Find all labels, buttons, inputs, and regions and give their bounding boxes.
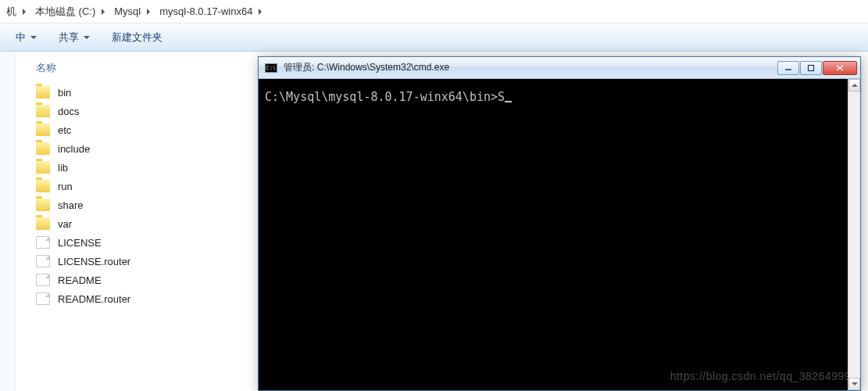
file-name-label: README: [58, 274, 102, 286]
window-controls: [777, 61, 857, 75]
cmd-prompt: C:\Mysql\mysql-8.0.17-winx64\bin>: [265, 90, 498, 104]
new-folder-label: 新建文件夹: [112, 30, 163, 45]
crumb-label: 本地磁盘 (C:): [35, 5, 95, 19]
minimize-icon: [784, 64, 792, 72]
share-label: 共享: [59, 30, 79, 45]
organize-label: 中: [16, 30, 26, 45]
chevron-right-icon: [102, 9, 105, 15]
crumb-mysql[interactable]: Mysql: [109, 0, 155, 23]
file-name-label: lib: [58, 162, 68, 174]
cmd-titlebar[interactable]: C:\ 管理员: C:\Windows\System32\cmd.exe: [259, 57, 860, 79]
folder-icon: [36, 199, 50, 211]
file-name-label: README.router: [58, 293, 130, 305]
folder-icon: [36, 142, 50, 155]
file-name-label: run: [58, 181, 73, 192]
folder-icon: [36, 124, 50, 136]
scroll-up-button[interactable]: [848, 79, 860, 91]
triangle-down-icon: [852, 382, 858, 386]
crumb-mysql-version[interactable]: mysql-8.0.17-winx64: [155, 0, 266, 23]
new-folder-button[interactable]: 新建文件夹: [112, 30, 163, 45]
minimize-button[interactable]: [777, 61, 799, 75]
file-icon: [36, 255, 50, 267]
close-icon: [835, 64, 845, 72]
file-name-label: LICENSE: [58, 237, 102, 249]
chevron-right-icon: [259, 9, 262, 15]
organize-button[interactable]: 中: [16, 30, 37, 45]
file-name-label: var: [58, 218, 72, 230]
file-name-label: share: [58, 199, 84, 211]
share-button[interactable]: 共享: [59, 30, 90, 45]
chevron-right-icon: [23, 9, 26, 15]
crumb-label: 机: [6, 5, 16, 19]
file-icon: [36, 292, 50, 305]
watermark-text: https://blog.csdn.net/qq_38264999: [670, 370, 851, 382]
terminal-icon: C:\: [265, 63, 277, 73]
file-name-label: bin: [58, 87, 71, 99]
explorer-toolbar: 中 共享 新建文件夹: [0, 23, 868, 52]
chevron-down-icon: [30, 36, 37, 39]
chevron-right-icon: [147, 9, 150, 15]
triangle-up-icon: [852, 84, 858, 87]
crumb-computer[interactable]: 机: [2, 0, 30, 23]
svg-rect-1: [809, 65, 814, 70]
file-icon: [36, 236, 50, 249]
file-name-label: LICENSE.router: [58, 256, 130, 267]
file-name-label: include: [58, 143, 90, 155]
breadcrumb: 机 本地磁盘 (C:) Mysql mysql-8.0.17-winx64: [0, 0, 868, 23]
crumb-label: Mysql: [114, 5, 141, 17]
chevron-down-icon: [84, 36, 90, 39]
file-name-label: etc: [58, 124, 71, 136]
close-button[interactable]: [823, 61, 857, 75]
nav-tree-sliver: [0, 52, 16, 391]
folder-icon: [36, 180, 50, 192]
maximize-button[interactable]: [800, 61, 822, 75]
file-name-label: docs: [58, 106, 79, 117]
folder-icon: [36, 86, 50, 99]
folder-icon: [36, 105, 50, 117]
folder-icon: [36, 161, 50, 174]
file-icon: [36, 274, 50, 286]
cmd-title: 管理员: C:\Windows\System32\cmd.exe: [284, 61, 771, 74]
cmd-input: S: [498, 90, 505, 104]
cmd-scrollbar[interactable]: [848, 79, 860, 390]
folder-icon: [36, 217, 50, 230]
cmd-cursor: [505, 101, 512, 102]
crumb-drive-c[interactable]: 本地磁盘 (C:): [30, 0, 109, 23]
cmd-window: C:\ 管理员: C:\Windows\System32\cmd.exe C:\…: [258, 56, 861, 391]
cmd-body[interactable]: C:\Mysql\mysql-8.0.17-winx64\bin>S https…: [259, 79, 860, 390]
scroll-down-button[interactable]: [848, 378, 860, 390]
maximize-icon: [807, 64, 815, 72]
crumb-label: mysql-8.0.17-winx64: [159, 5, 252, 17]
